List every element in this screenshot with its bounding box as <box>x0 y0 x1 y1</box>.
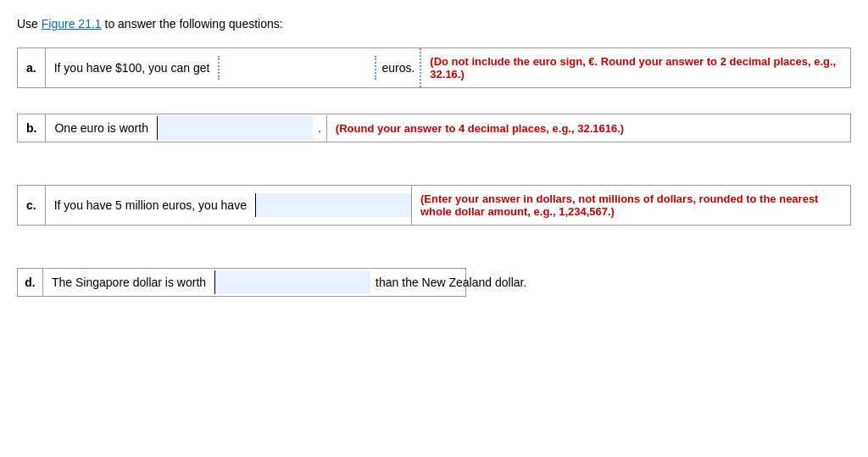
question-b-hint: (Round your answer to 4 decimal places, … <box>326 115 850 142</box>
figure-link[interactable]: Figure 21.1 <box>42 17 102 31</box>
question-a-text: If you have $100, you can get <box>46 54 219 81</box>
question-d-label: d. <box>18 269 43 296</box>
question-b-input[interactable] <box>157 116 313 140</box>
question-d-text: The Singapore dollar is worth <box>43 269 214 296</box>
question-d-suffix: than the New Zealand dollar. <box>370 269 531 296</box>
question-c-text: If you have 5 million euros, you have <box>46 192 255 219</box>
question-c-hint: (Enter your answer in dollars, not milli… <box>411 186 850 225</box>
question-b-label: b. <box>18 114 46 142</box>
question-c-input[interactable] <box>255 193 411 217</box>
question-d-block: d. The Singapore dollar is worth than th… <box>17 268 466 297</box>
question-c-block: c. If you have 5 million euros, you have… <box>17 185 851 226</box>
intro-prefix: Use <box>17 17 42 31</box>
question-b-block: b. One euro is worth . (Round your answe… <box>17 114 851 142</box>
question-a-block: a. If you have $100, you can get euros. … <box>17 47 851 88</box>
intro-text: Use Figure 21.1 to answer the following … <box>17 17 851 31</box>
question-c-content: If you have 5 million euros, you have (E… <box>46 186 850 225</box>
question-a-hint: (Do not include the euro sign, €. Round … <box>420 48 850 87</box>
question-a-content: If you have $100, you can get euros. (Do… <box>46 48 850 87</box>
question-d-content: The Singapore dollar is worth than the N… <box>43 269 531 296</box>
question-b-text: One euro is worth <box>46 114 157 142</box>
question-c-label: c. <box>18 186 46 225</box>
intro-suffix: to answer the following questions: <box>102 17 283 31</box>
question-a-suffix: euros. <box>376 54 420 81</box>
question-b-separator: . <box>313 114 326 142</box>
question-d-input[interactable] <box>214 270 370 294</box>
question-b-content: One euro is worth . (Round your answer t… <box>46 114 850 142</box>
question-a-input[interactable] <box>218 56 376 80</box>
question-a-label: a. <box>18 48 46 87</box>
